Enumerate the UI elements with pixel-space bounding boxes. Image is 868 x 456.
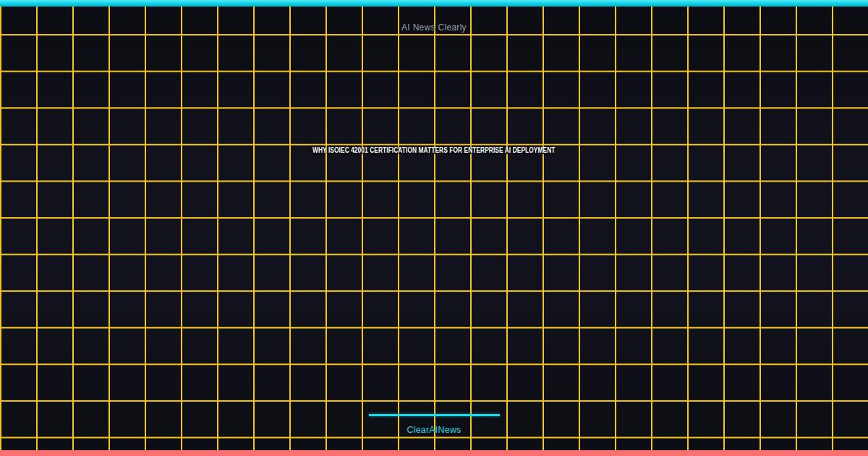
grid-background [0, 0, 868, 456]
footer-brand: ClearAINews [0, 425, 868, 435]
site-name: AI News Clearly [0, 22, 868, 33]
footer-divider-line [369, 414, 500, 416]
bottom-accent-bar [0, 450, 868, 456]
card-title: WHY ISOIEC 42001 CERTIFICATION MATTERS F… [312, 145, 556, 154]
title-row: WHY ISOIEC 42001 CERTIFICATION MATTERS F… [0, 145, 868, 154]
top-accent-bar [0, 0, 868, 7]
